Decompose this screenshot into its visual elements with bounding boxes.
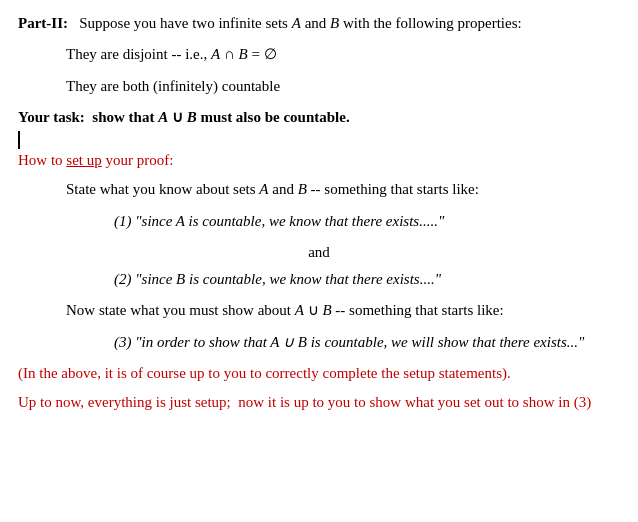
part-label: Part-II: [18,15,68,31]
center-and: and [18,241,620,264]
set-up-link[interactable]: set up [66,152,101,168]
part-intro-text: Suppose you have two infinite sets A and… [72,15,522,31]
property-1: They are disjoint -- i.e., A ∩ B = ∅ [66,43,620,66]
part-intro: Part-II: Suppose you have two infinite s… [18,12,620,35]
final-line: Up to now, everything is just setup; now… [18,391,620,414]
quote-3: (3) "in order to show that A ∪ B is coun… [114,331,620,354]
property-2: They are both (infinitely) countable [66,75,620,98]
state-line: State what you know about sets A and B -… [66,178,620,201]
quote-1: (1) "since A is countable, we know that … [114,210,620,233]
quote-2: (2) "since B is countable, we know that … [114,268,620,291]
how-to-line: How to set up your proof: [18,149,620,172]
text-cursor [18,131,20,149]
and-word: and [305,15,327,31]
cursor-line [18,131,620,149]
your-task: Your task: show that A ∪ B must also be … [18,106,620,129]
note-paren: (In the above, it is of course up to you… [18,362,620,385]
now-state-line: Now state what you must show about A ∪ B… [66,299,620,322]
and-center-text: and [308,244,330,260]
